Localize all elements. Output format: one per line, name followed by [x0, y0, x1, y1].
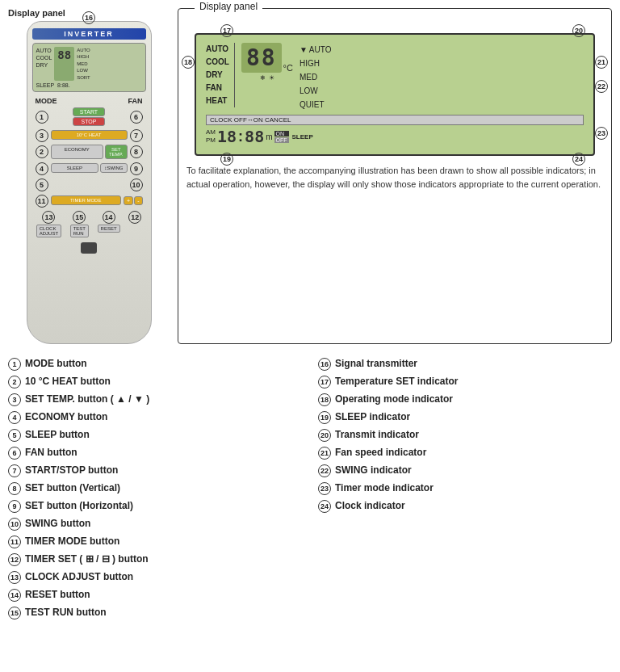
signal-transmitter	[32, 242, 146, 254]
callout-legend-24: 24	[318, 500, 331, 513]
callout-7: 7	[130, 129, 143, 142]
lcd-icons-row: ❄ ☀	[260, 74, 274, 82]
swing-btn-right[interactable]: ↕SWING	[100, 163, 127, 173]
legend-item-19: 19 SLEEP indicator	[318, 410, 612, 424]
callout-legend-12: 12	[8, 553, 21, 566]
lcd-modes: AUTOCOOLDRYFANHEAT	[206, 43, 235, 107]
callout-legend-17: 17	[318, 376, 331, 388]
lcd-off-badge: OFF	[274, 137, 289, 143]
legend-label-24: Clock indicator	[335, 499, 405, 513]
legend-item-15: 15 TEST RUN button	[8, 606, 302, 620]
callout-22-pos: 22	[595, 79, 608, 93]
lcd-big-digits: 88	[241, 43, 282, 73]
lcd-sleep-label: SLEEP	[292, 133, 313, 141]
legend-item-14: 14 RESET button	[8, 588, 302, 602]
legend-item-20: 20 Transmit indicator	[318, 428, 612, 442]
callout-legend-4: 4	[8, 411, 21, 424]
callout-12: 12	[128, 211, 141, 224]
remote-display-modes: AUTOCOOLDRY	[36, 47, 52, 81]
legend-label-3: SET TEMP. button ( ▲ / ▼ )	[25, 393, 149, 406]
legend-item-9: 9 SET button (Horizontal)	[8, 499, 302, 513]
mode-label: MODE	[36, 97, 57, 105]
sleep-btn[interactable]: SLEEP	[51, 163, 99, 173]
lcd-time-row: AMPM 18 : 88 m ON OFF SLEEP	[206, 127, 584, 146]
callout-legend-20: 20	[318, 429, 331, 442]
legend-label-11: TIMER MODE button	[25, 535, 119, 548]
legend-item-4: 4 ECONOMY button	[8, 410, 302, 424]
legend-label-5: SLEEP button	[25, 428, 90, 442]
heat-row: 3 10°C HEAT 7	[32, 128, 146, 142]
lcd-minutes: 88	[245, 127, 264, 146]
callout-legend-21: 21	[318, 447, 331, 460]
callout-1: 1	[36, 111, 48, 124]
legend-item-3: 3 SET TEMP. button ( ▲ / ▼ )	[8, 393, 302, 406]
callout-5: 5	[36, 178, 48, 191]
callout-legend-1: 1	[8, 358, 21, 371]
callout-legend-7: 7	[8, 464, 21, 477]
legend-item-7: 7 START/STOP button	[8, 464, 302, 477]
startstop-row: 1 START STOP 6	[32, 107, 146, 126]
legend-label-7: START/STOP button	[25, 464, 118, 477]
remote-brand: INVERTER	[32, 28, 146, 40]
test-run-btn[interactable]: TESTRUN	[70, 225, 89, 237]
reset-btn[interactable]: RESET	[98, 225, 120, 233]
legend-right: 16 Signal transmitter 17 Temperature SET…	[318, 357, 612, 624]
callout-4: 4	[36, 162, 48, 175]
timer-mode-btn[interactable]: TIMER MODE	[51, 195, 122, 205]
callout-13: 13	[42, 211, 55, 224]
legend-label-4: ECONOMY button	[25, 410, 107, 424]
lcd-celsius: °C	[283, 63, 293, 73]
sleep-row: 4 SLEEP ↕SWING 9	[32, 162, 146, 175]
legend-item-5: 5 SLEEP button	[8, 428, 302, 442]
timer-plus-btn[interactable]: +	[124, 196, 133, 205]
callout-17-pos: 17	[220, 23, 233, 37]
callout-legend-11: 11	[8, 536, 21, 548]
legend-label-20: Transmit indicator	[335, 428, 419, 442]
transmit-arrow: ▼	[300, 43, 308, 57]
legend-label-12: TIMER SET ( ⊞ / ⊟ ) button	[25, 552, 149, 566]
callout-19-pos: 19	[220, 152, 233, 166]
timer-row: 11 TIMER MODE + -	[36, 194, 143, 208]
callout-10: 10	[130, 178, 143, 191]
callout-legend-22: 22	[318, 464, 331, 477]
heat-btn[interactable]: 10°C HEAT	[51, 130, 128, 140]
remote-display-digits: 88	[54, 47, 74, 81]
remote-control: Display panel 16 INVERTER AUTOCOOLDRY 88…	[8, 8, 170, 344]
callout-23-pos: 23	[595, 126, 608, 140]
callout-14: 14	[103, 211, 115, 224]
legend-item-2: 2 10 °C HEAT button	[8, 375, 302, 388]
display-panel: Display panel 17 20 21 22 23 24 18	[178, 8, 612, 344]
callout-21-pos: 21	[595, 55, 608, 69]
callout-legend-14: 14	[8, 589, 21, 602]
callout-11: 11	[36, 195, 48, 208]
legend-item-13: 13 CLOCK ADJUST button	[8, 570, 302, 584]
fan-label: FAN	[128, 97, 143, 105]
callout-legend-3: 3	[8, 393, 21, 406]
legend-label-23: Timer mode indicator	[335, 481, 434, 495]
legend-label-22: SWING indicator	[335, 464, 412, 477]
economy-btn[interactable]: ECONOMY	[51, 145, 103, 159]
legend-item-24: 24 Clock indicator	[318, 499, 612, 513]
bottom-btn-row: 13 CLOCKADJUST 15 TESTRUN 14 RESET 12	[32, 210, 146, 237]
callout-legend-18: 18	[318, 393, 331, 406]
timer-minus-btn[interactable]: -	[134, 196, 142, 205]
set-temp-btn[interactable]: SETTEMP.	[105, 145, 128, 159]
lcd-on-badge: ON	[274, 131, 289, 136]
remote-display-fan: AUTOHIGHMEDLOWSORT	[77, 47, 90, 81]
lcd-snowflake: ❄	[260, 74, 266, 82]
legend-item-11: 11 TIMER MODE button	[8, 535, 302, 548]
clock-adjust-btn[interactable]: CLOCKADJUST	[36, 225, 61, 237]
lcd-colon: :	[238, 128, 243, 145]
legend-item-17: 17 Temperature SET indicator	[318, 375, 612, 388]
lcd-panel: 17 20 21 22 23 24 18 19	[195, 33, 595, 156]
legend-label-2: 10 °C HEAT button	[25, 375, 111, 388]
callout-legend-23: 23	[318, 482, 331, 495]
callout-18-pos: 18	[182, 55, 195, 69]
callout-15: 15	[73, 211, 86, 224]
lcd-center: 88 °C ❄ ☀	[241, 43, 293, 82]
callout-legend-9: 9	[8, 500, 21, 513]
legend-left: 1 MODE button 2 10 °C HEAT button 3 SET …	[8, 357, 302, 624]
legend-item-12: 12 TIMER SET ( ⊞ / ⊟ ) button	[8, 552, 302, 566]
callout-legend-16: 16	[318, 358, 331, 371]
startstop-btn[interactable]: START STOP	[73, 107, 105, 126]
